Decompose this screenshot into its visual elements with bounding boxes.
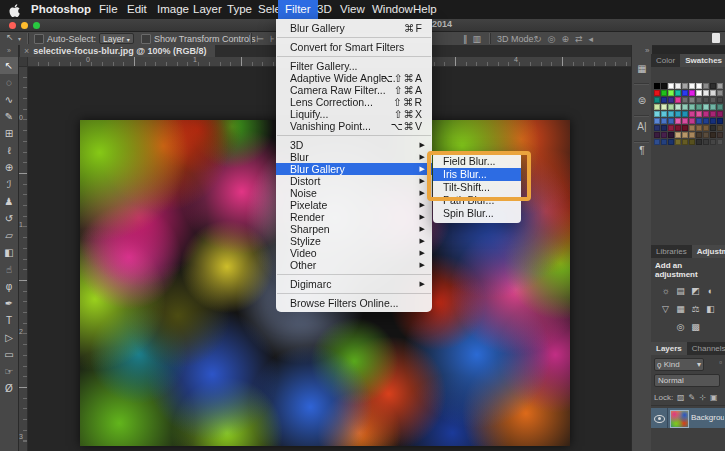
filter-menu-item-filter-gallery-[interactable]: Filter Gallery... [276,60,432,72]
swatch[interactable] [696,125,702,131]
tab-swatches[interactable]: Swatches [680,54,725,67]
swatch[interactable] [717,132,723,138]
swatch[interactable] [654,111,660,117]
filter-menu-item-vanishing-point-[interactable]: Vanishing Point...⌥⌘V [276,120,432,132]
brush-presets-panel-icon[interactable]: ▦ [633,61,651,76]
levels-icon[interactable]: ▤ [673,285,688,298]
smudge-tool[interactable]: ☝ [0,261,18,278]
filter-menu-item-sharpen[interactable]: Sharpen▶ [276,223,432,235]
swatch[interactable] [689,83,695,89]
layer-visibility-eye-icon[interactable] [654,415,665,423]
menubar-item-photoshop[interactable]: Photoshop [24,0,98,19]
swatch[interactable] [654,118,660,124]
swatch[interactable] [675,118,681,124]
auto-select-checkbox[interactable] [34,34,44,44]
swatch[interactable] [689,111,695,117]
swatch[interactable] [689,90,695,96]
swatch[interactable] [710,118,716,124]
zoom-tool[interactable]: Ø [0,380,18,397]
swatch[interactable] [717,104,723,110]
swatch[interactable] [675,104,681,110]
lock-all-icon[interactable]: ▣ [708,391,719,405]
swatch[interactable] [717,139,723,145]
swatch[interactable] [668,139,674,145]
swatch[interactable] [682,111,688,117]
document-tab[interactable]: ×selective-focus-blur.jpg @ 100% (RGB/8) [20,45,215,57]
zoom-window-button[interactable] [33,22,40,29]
exposure-icon[interactable]: ◐ [703,285,718,298]
healing-brush-tool[interactable]: ⊕ [0,159,18,176]
swatch[interactable] [696,132,702,138]
swatch[interactable] [654,125,660,131]
swatch[interactable] [682,118,688,124]
swatch[interactable] [682,132,688,138]
tab-layers[interactable]: Layers [651,342,687,355]
swatch[interactable] [696,139,702,145]
swatch[interactable] [654,139,660,145]
swatch[interactable] [689,132,695,138]
swatch[interactable] [668,118,674,124]
swatch[interactable] [717,118,723,124]
swatch[interactable] [689,104,695,110]
vibrance-icon[interactable]: ▽ [658,303,673,316]
swatch[interactable] [668,97,674,103]
menubar-item-help[interactable]: Help [406,0,444,19]
show-transform-checkbox[interactable] [141,34,151,44]
toolbar-collapse-icon[interactable]: » [0,45,18,57]
history-brush-tool[interactable]: ↺ [0,210,18,227]
pen-tool[interactable]: ✒ [0,295,18,312]
tab-adjustments[interactable]: Adjustments [692,245,725,258]
swatch[interactable] [717,83,723,89]
submenu-item-spin-blur-[interactable]: Spin Blur... [433,207,521,220]
swatch[interactable] [703,90,709,96]
filter-menu-item-blur[interactable]: Blur▶ [276,151,432,163]
swatch[interactable] [668,104,674,110]
swatch[interactable] [654,90,660,96]
filter-menu-item-blur-gallery[interactable]: Blur Gallery▶ [276,163,432,175]
swatch[interactable] [654,132,660,138]
swatch[interactable] [654,83,660,89]
camera-3d-icon[interactable]: ◂ [589,34,594,44]
marquee-tool[interactable]: ◌ [0,74,18,91]
swatch[interactable] [661,132,667,138]
align-center-icon[interactable]: ⊦ [270,34,275,44]
apple-menu-icon[interactable] [8,3,22,18]
path-selection-tool[interactable]: ▷ [0,329,18,346]
swatch[interactable] [682,139,688,145]
swatch[interactable] [696,90,702,96]
swatch[interactable] [689,97,695,103]
clone-stamp-tool[interactable]: ♟ [0,193,18,210]
swatch[interactable] [675,132,681,138]
filter-menu-item-convert-for-smart-filters[interactable]: Convert for Smart Filters [276,41,432,53]
swatch[interactable] [689,118,695,124]
swatch[interactable] [696,111,702,117]
swatch[interactable] [703,125,709,131]
tab-libraries[interactable]: Libraries [651,245,692,258]
close-window-button[interactable] [9,22,16,29]
filter-pixel-icon[interactable]: ▫ [719,358,722,367]
swatch[interactable] [703,111,709,117]
swatch[interactable] [710,104,716,110]
layer-thumbnail[interactable] [670,410,689,428]
swatch[interactable] [703,83,709,89]
filter-menu-item-liquify-[interactable]: Liquify...⇧⌘X [276,108,432,120]
filter-menu-item-noise[interactable]: Noise▶ [276,187,432,199]
curves-icon[interactable]: ◩ [688,285,703,298]
blend-mode-dropdown[interactable]: Normal [654,374,720,387]
swatch[interactable] [710,125,716,131]
swatch[interactable] [661,125,667,131]
channel-mixer-icon[interactable]: ▩ [688,321,703,334]
brightness-contrast-icon[interactable]: ☼ [658,285,673,298]
panels-toggle-icon[interactable]: ▥ [473,34,482,44]
swatch[interactable] [703,97,709,103]
gradient-tool[interactable]: ◧ [0,244,18,261]
filter-menu-item-other[interactable]: Other▶ [276,259,432,271]
character-panel-icon[interactable]: A| [633,119,651,134]
workspace-switcher-icon[interactable] [712,33,720,43]
photo-filter-icon[interactable]: ◎ [673,321,688,334]
swatch[interactable] [661,97,667,103]
swatch[interactable] [696,118,702,124]
swatch[interactable] [661,104,667,110]
swatch[interactable] [703,118,709,124]
swatch[interactable] [682,125,688,131]
